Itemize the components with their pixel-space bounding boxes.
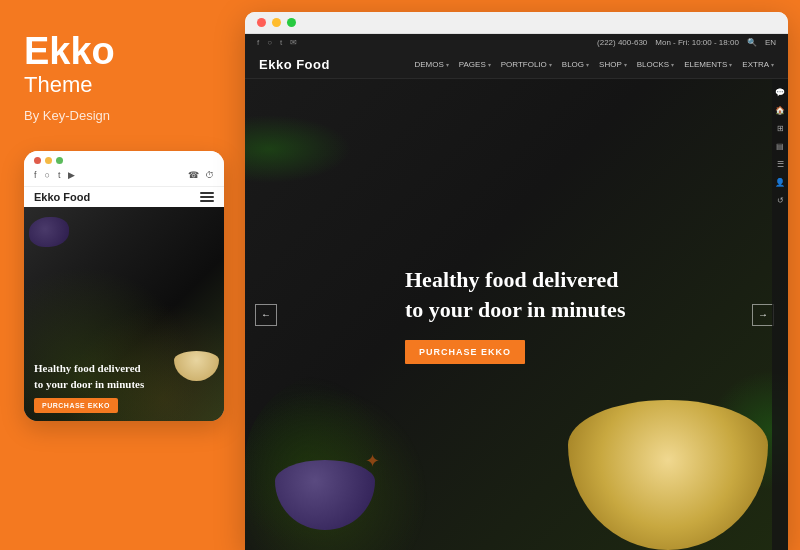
nav-item-demos[interactable]: DEMOS ▾ (414, 60, 448, 69)
sidebar-chat-icon[interactable]: 💬 (775, 87, 785, 97)
sidebar-user-icon[interactable]: 👤 (775, 177, 785, 187)
site-hero: ✦ ← → Healthy food delivered to your doo… (245, 79, 788, 550)
nav-arrow-shop: ▾ (624, 61, 627, 68)
sidebar-grid-icon[interactable]: ⊞ (775, 123, 785, 133)
nav-arrow-demos: ▾ (446, 61, 449, 68)
hero-nav-left-button[interactable]: ← (255, 304, 277, 326)
hero-green-leaves (245, 109, 365, 189)
topbar-search-icon[interactable]: 🔍 (747, 38, 757, 47)
mobile-top-bar: f ○ t ▶ ☎ ⏱ (24, 151, 224, 186)
topbar-social: f ○ t ✉ (257, 38, 297, 47)
hero-content: Healthy food delivered to your door in m… (405, 265, 625, 364)
nav-item-pages-label: PAGES (459, 60, 486, 69)
youtube-icon: ▶ (68, 170, 75, 180)
browser-dot-yellow[interactable] (272, 18, 281, 27)
nav-item-blog-label: BLOG (562, 60, 584, 69)
hero-food-bowl-right (568, 400, 768, 550)
nav-arrow-blocks: ▾ (671, 61, 674, 68)
hero-food-right (538, 350, 788, 550)
nav-arrow-blog: ▾ (586, 61, 589, 68)
nav-item-portfolio-label: PORTFOLIO (501, 60, 547, 69)
hero-spice-star: ✦ (365, 450, 385, 470)
nav-arrow-pages: ▾ (488, 61, 491, 68)
mobile-blueberry-bowl (29, 217, 69, 247)
right-panel: f ○ t ✉ (222) 400-630 Mon - Fri: 10:00 -… (245, 0, 800, 550)
mobile-hamburger-icon[interactable] (200, 192, 214, 202)
by-line: By Key-Design (24, 108, 221, 123)
mobile-dots (34, 157, 214, 164)
hero-title-line2: to your door in minutes (405, 297, 625, 322)
site-sidebar-right: 💬 🏠 ⊞ ▤ ☰ 👤 ↺ (772, 79, 788, 550)
left-panel: Ekko Theme By Key-Design f ○ t ▶ ☎ ⏱ (0, 0, 245, 550)
mobile-hero: Healthy food deliveredto your door in mi… (24, 207, 224, 421)
mobile-dot-red[interactable] (34, 157, 41, 164)
nav-arrow-portfolio: ▾ (549, 61, 552, 68)
clock-icon: ⏱ (205, 170, 214, 180)
nav-arrow-elements: ▾ (729, 61, 732, 68)
nav-item-portfolio[interactable]: PORTFOLIO ▾ (501, 60, 552, 69)
sidebar-refresh-icon[interactable]: ↺ (775, 195, 785, 205)
mobile-cta-button[interactable]: PURCHASE EKKO (34, 398, 118, 413)
hero-cta-button[interactable]: PURCHASE EKKO (405, 340, 525, 364)
browser-window: f ○ t ✉ (222) 400-630 Mon - Fri: 10:00 -… (245, 12, 788, 550)
mobile-preview: f ○ t ▶ ☎ ⏱ Ekko Food He (24, 151, 224, 421)
mobile-dot-yellow[interactable] (45, 157, 52, 164)
sidebar-list-icon[interactable]: ▤ (775, 141, 785, 151)
mobile-hero-title: Healthy food deliveredto your door in mi… (34, 361, 214, 392)
topbar-phone: (222) 400-630 (597, 38, 647, 47)
brand-title: Ekko (24, 32, 221, 70)
nav-arrow-extra: ▾ (771, 61, 774, 68)
twitter-icon: t (58, 170, 61, 180)
mobile-util-icons: ☎ ⏱ (188, 170, 214, 180)
mobile-hero-text: Healthy food deliveredto your door in mi… (24, 353, 224, 421)
nav-item-demos-label: DEMOS (414, 60, 443, 69)
mobile-icons-row: f ○ t ▶ ☎ ⏱ (34, 168, 214, 182)
mobile-social-icons: f ○ t ▶ (34, 170, 75, 180)
mobile-nav-logo: Ekko Food (34, 191, 90, 203)
topbar-instagram-icon[interactable]: ○ (267, 38, 272, 47)
nav-item-elements[interactable]: ELEMENTS ▾ (684, 60, 732, 69)
topbar-facebook-icon[interactable]: f (257, 38, 259, 47)
nav-logo[interactable]: Ekko Food (259, 57, 330, 72)
sidebar-home-icon[interactable]: 🏠 (775, 105, 785, 115)
hero-title: Healthy food delivered to your door in m… (405, 265, 625, 324)
nav-item-blocks[interactable]: BLOCKS ▾ (637, 60, 674, 69)
topbar-twitter-icon[interactable]: t (280, 38, 282, 47)
nav-item-extra[interactable]: EXTRA ▾ (742, 60, 774, 69)
facebook-icon: f (34, 170, 37, 180)
site-nav: Ekko Food DEMOS ▾ PAGES ▾ PORTFOLIO ▾ (245, 51, 788, 79)
nav-item-pages[interactable]: PAGES ▾ (459, 60, 491, 69)
phone-icon: ☎ (188, 170, 199, 180)
nav-item-extra-label: EXTRA (742, 60, 769, 69)
instagram-icon: ○ (45, 170, 50, 180)
mobile-dot-green[interactable] (56, 157, 63, 164)
site-topbar: f ○ t ✉ (222) 400-630 Mon - Fri: 10:00 -… (245, 34, 788, 51)
topbar-hours: Mon - Fri: 10:00 - 18:00 (655, 38, 739, 47)
nav-menu: DEMOS ▾ PAGES ▾ PORTFOLIO ▾ BLOG ▾ (414, 60, 774, 69)
topbar-email-icon[interactable]: ✉ (290, 38, 297, 47)
hero-nav-right-button[interactable]: → (752, 304, 774, 326)
website-content: f ○ t ✉ (222) 400-630 Mon - Fri: 10:00 -… (245, 34, 788, 550)
browser-dot-green[interactable] (287, 18, 296, 27)
browser-chrome (245, 12, 788, 34)
sidebar-menu-icon[interactable]: ☰ (775, 159, 785, 169)
hero-title-line1: Healthy food delivered (405, 267, 618, 292)
browser-dot-red[interactable] (257, 18, 266, 27)
topbar-info: (222) 400-630 Mon - Fri: 10:00 - 18:00 🔍… (597, 38, 776, 47)
nav-item-blocks-label: BLOCKS (637, 60, 669, 69)
nav-item-shop[interactable]: SHOP ▾ (599, 60, 627, 69)
topbar-lang[interactable]: EN (765, 38, 776, 47)
nav-item-shop-label: SHOP (599, 60, 622, 69)
mobile-nav-bar: Ekko Food (24, 186, 224, 207)
brand-subtitle: Theme (24, 72, 221, 98)
nav-item-blog[interactable]: BLOG ▾ (562, 60, 589, 69)
nav-item-elements-label: ELEMENTS (684, 60, 727, 69)
